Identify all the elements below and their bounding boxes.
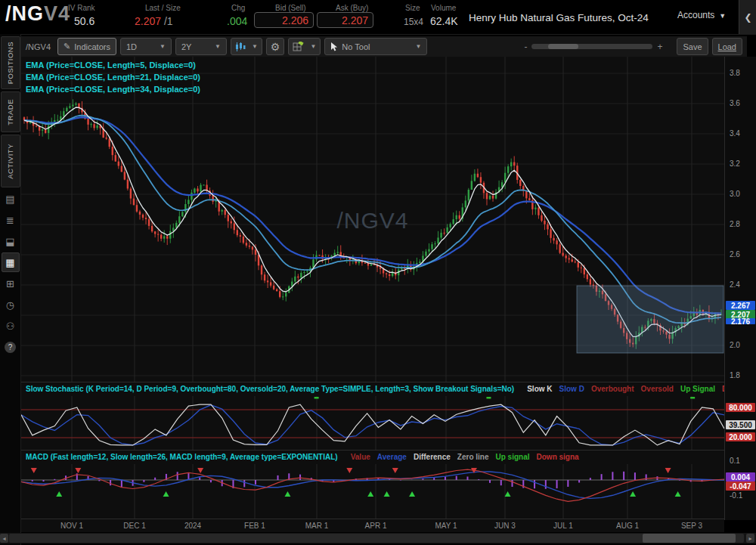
study-label: EMA (Price=CLOSE, Length=21, Displace=0): [26, 73, 200, 82]
macd-axis-tick: -0.1: [730, 491, 742, 500]
indicators-button[interactable]: ✎ Indicators: [57, 38, 116, 55]
cursor-icon: [330, 42, 338, 51]
chart-style-dropdown[interactable]: ▼: [231, 38, 262, 55]
caret-down-icon: ▼: [310, 43, 316, 50]
price-tick: 2.8: [730, 220, 740, 228]
monitor-icon[interactable]: ⬓: [2, 231, 20, 251]
chevron-left-icon: ❮: [744, 12, 751, 23]
legend-item: Difference: [414, 453, 451, 461]
bid-label: Bid (Sell): [275, 4, 306, 12]
time-axis-label: JUN 3: [488, 522, 522, 530]
axis-badge: 39.500: [726, 420, 755, 429]
axis-badge: 2.267: [726, 301, 755, 310]
zoom-in-button[interactable]: +: [657, 42, 662, 52]
header: /NGV4 IV Rank 50.6 Last / Size 2.207 /1 …: [0, 0, 756, 35]
price-axis[interactable]: 3.83.63.43.23.02.82.62.42.22.01.82.2672.…: [724, 57, 756, 520]
volume-value: 62.4K: [430, 15, 458, 27]
price-tick: 3.0: [730, 190, 740, 198]
time-axis-label: JUL 1: [547, 522, 580, 530]
scrollbar-thumb[interactable]: [643, 534, 736, 543]
sidebar-tab-label: ACTIVITY: [6, 139, 14, 184]
scroll-right-button[interactable]: ▸: [746, 534, 754, 543]
horizontal-scrollbar: ◂ ▸: [0, 533, 756, 543]
legend-item: Slow D: [559, 385, 584, 393]
caret-down-icon: ▼: [160, 43, 166, 50]
bid-button[interactable]: 2.206: [254, 12, 314, 28]
legend-item: Down signa: [537, 453, 579, 461]
history-icon[interactable]: ◷: [2, 295, 20, 314]
community-icon[interactable]: ⚇: [2, 316, 20, 336]
price-tick: 2.4: [730, 280, 740, 289]
price-tick: 2.6: [730, 250, 740, 259]
instrument-description: Henry Hub Natural Gas Futures, Oct-24: [469, 12, 649, 23]
price-chart-pane: EMA (Price=CLOSE, Length=5, Displace=0)E…: [21, 57, 724, 382]
candles-icon: [235, 42, 246, 51]
active-tool-dropdown[interactable]: No Tool ▼: [324, 38, 427, 55]
sidebar-tab-label: POSITIONS: [6, 37, 14, 88]
price-tick: 2.0: [730, 341, 740, 349]
chart-icon[interactable]: ▦: [2, 252, 20, 272]
stochastic-canvas[interactable]: [21, 396, 724, 450]
caret-down-icon: ▼: [215, 43, 221, 50]
sidebar-tab-positions[interactable]: POSITIONS: [1, 36, 20, 89]
legend-item: Slow K: [527, 385, 552, 393]
chevron-down-icon: ▼: [719, 12, 726, 20]
time-axis-label: FEB 1: [238, 522, 271, 530]
stochastic-pane: Slow Stochastic (K Period=14, D Period=9…: [21, 382, 724, 450]
gear-icon: ⚙: [271, 41, 280, 53]
drawing-tools-dropdown[interactable]: ▼: [288, 38, 321, 55]
study-labels: EMA (Price=CLOSE, Length=5, Displace=0)E…: [26, 60, 200, 97]
save-button[interactable]: Save: [677, 38, 708, 55]
zoom-track[interactable]: [531, 44, 652, 49]
sidebar-tab-activity[interactable]: ACTIVITY: [1, 135, 20, 187]
axis-badge: 0.004: [726, 472, 755, 482]
macd-pane: MACD (Fast length=12, Slow length=26, MA…: [21, 450, 724, 519]
time-axis-label: AUG 1: [611, 522, 644, 530]
chart-settings-button[interactable]: ⚙: [266, 38, 285, 55]
macd-canvas[interactable]: [21, 464, 724, 519]
time-axis-label: SEP 3: [675, 522, 708, 530]
left-sidebar: POSITIONSTRADEACTIVITY▤≣⬓▦⊞◷⚇?: [0, 34, 21, 545]
study-label: EMA (Price=CLOSE, Length=34, Displace=0): [26, 85, 200, 94]
axis-badge: 2.176: [726, 318, 755, 324]
scroll-left-icon: ◂: [2, 535, 5, 542]
legend-item: Value: [351, 453, 370, 461]
scroll-right-icon: ▸: [748, 535, 751, 542]
load-button[interactable]: Load: [712, 38, 742, 55]
price-tick: 3.4: [730, 129, 740, 138]
time-axis-label: APR 1: [359, 522, 392, 530]
price-tick: 3.6: [730, 99, 740, 107]
sidebar-tab-label: TRADE: [6, 94, 14, 130]
help-icon[interactable]: ?: [2, 337, 20, 357]
timeframe-dropdown[interactable]: 1D▼: [120, 38, 172, 55]
ask-button[interactable]: 2.207: [317, 12, 373, 28]
accounts-dropdown[interactable]: Accounts▼: [677, 10, 726, 20]
watchlist-icon[interactable]: ≣: [2, 210, 20, 230]
legend-item: Overbought: [591, 385, 634, 393]
macd-label: MACD (Fast length=12, Slow length=26, MA…: [26, 453, 579, 461]
zoom-out-button[interactable]: -: [524, 42, 527, 52]
app-window: /NGV4 IV Rank 50.6 Last / Size 2.207 /1 …: [0, 0, 756, 545]
last-size-label: Last / Size: [145, 4, 181, 12]
axis-badge: 20.000: [726, 432, 755, 441]
size-value: 15x4: [404, 17, 423, 27]
range-dropdown[interactable]: 2Y▼: [175, 38, 227, 55]
time-axis-label: MAY 1: [429, 522, 463, 530]
time-axis[interactable]: NOV 1DEC 12024FEB 1MAR 1APR 1MAY 1JUN 3J…: [21, 519, 724, 532]
statement-icon[interactable]: ▤: [2, 189, 20, 209]
iv-rank-label: IV Rank: [68, 4, 95, 12]
sidebar-tab-trade[interactable]: TRADE: [1, 91, 20, 132]
caret-down-icon: ▼: [415, 43, 421, 50]
scrollbar-track[interactable]: [9, 534, 744, 543]
macd-axis-tick: 0.1: [730, 457, 740, 465]
scroll-left-button[interactable]: ◂: [0, 534, 8, 543]
zoom-thumb[interactable]: [548, 44, 578, 49]
axis-badge: 80.000: [726, 403, 755, 412]
collapse-panel-button[interactable]: ❮: [739, 0, 756, 34]
chg-label: Chg: [231, 4, 245, 12]
grid-icon[interactable]: ⊞: [2, 274, 20, 293]
symbol-title: /NGV4: [5, 2, 70, 26]
time-axis-label: 2024: [176, 522, 209, 530]
axis-badge: -0.047: [726, 482, 755, 491]
legend-item: Up Signal: [680, 385, 715, 393]
